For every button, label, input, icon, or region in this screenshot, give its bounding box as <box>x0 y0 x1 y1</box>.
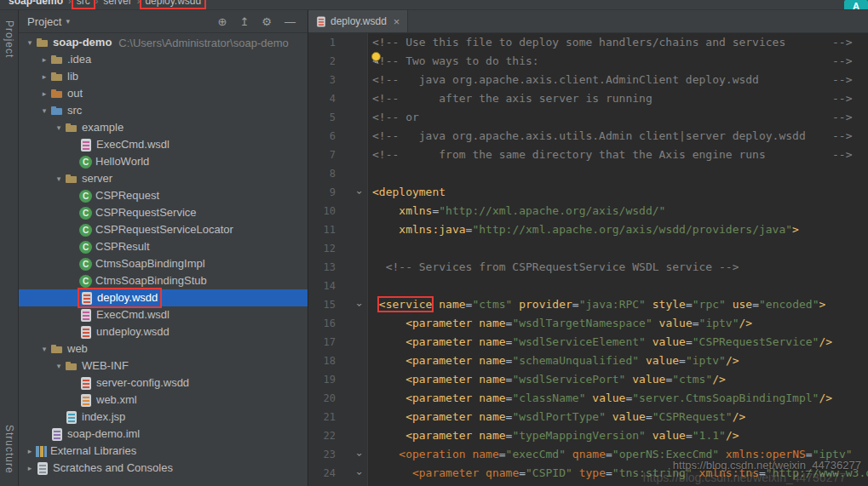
tree-expand-icon[interactable]: ▾ <box>53 174 65 183</box>
tree-item-web-inf[interactable]: ▾WEB-INF <box>19 357 308 375</box>
tree-item-ctmssoapbindingimpl[interactable]: CCtmsSoapBindingImpl <box>19 255 308 272</box>
tree-item-csprequestservicelocator[interactable]: CCSPRequestServiceLocator <box>19 221 308 238</box>
breadcrumb-item-server[interactable]: server <box>100 0 135 8</box>
corner-annotate-button[interactable]: A <box>844 0 868 10</box>
tree-item-src[interactable]: ▾src <box>19 102 308 119</box>
fold-icon[interactable]: › <box>349 301 368 307</box>
libraries-icon <box>36 446 47 457</box>
folder-icon <box>65 359 78 373</box>
code-line-text <box>368 239 372 258</box>
fold-icon[interactable]: › <box>349 189 368 195</box>
intention-bulb-icon[interactable] <box>371 52 381 61</box>
tree-item-helloworld[interactable]: CHelloWorld <box>19 153 308 170</box>
tree-item-web[interactable]: ▾web <box>19 340 308 357</box>
tree-item-csprequest[interactable]: CCSPRequest <box>19 187 308 204</box>
collapse-all-icon[interactable]: ↥ <box>239 15 249 28</box>
gutter-cell: 16 <box>308 314 368 333</box>
tree-item-server-config-wsdd[interactable]: server-config.wsdd <box>19 375 308 392</box>
folder-icon <box>50 53 64 66</box>
hide-panel-icon[interactable]: — <box>285 15 296 28</box>
code-area[interactable]: 1<!-- Use this file to deploy some handl… <box>308 33 868 486</box>
gutter-cell: 12 <box>308 239 368 258</box>
folder-icon <box>50 342 64 356</box>
tool-stripe-project-button[interactable]: Project <box>3 20 15 58</box>
breadcrumb-item-src[interactable]: src <box>73 0 94 8</box>
tree-item-example[interactable]: ▾example <box>19 119 308 136</box>
breadcrumb-item-soap-demo[interactable]: soap-demo <box>5 0 66 8</box>
tree-item-soap-demo[interactable]: ▾soap-demoC:\Users\Administrator\soap-de… <box>19 34 308 51</box>
tree-item-path-hint: C:\Users\Administrator\soap-demo <box>118 37 288 49</box>
tree-expand-icon[interactable]: ▾ <box>38 345 50 353</box>
tree-item-undeploy-wsdd[interactable]: undeploy.wsdd <box>19 323 308 340</box>
code-line-text: <!-- after the axis server is running --… <box>368 89 853 108</box>
class-icon: C <box>79 190 92 203</box>
code-line-text: <parameter name="wsdlServicePort" value=… <box>368 370 726 389</box>
fold-column: › <box>336 464 368 483</box>
fold-icon[interactable]: › <box>349 470 368 476</box>
tree-expand-icon[interactable]: ▾ <box>24 38 36 47</box>
file-wsdd-icon <box>81 326 91 339</box>
tree-item-lib[interactable]: ▸lib <box>19 68 308 85</box>
fold-column <box>336 220 368 239</box>
project-panel-title: Project <box>27 15 61 28</box>
tree-item-label: Scratches and Consoles <box>53 460 173 477</box>
locate-file-icon[interactable]: ⊕ <box>218 15 227 28</box>
code-line-text: <!-- Two ways to do this: --> <box>368 52 853 71</box>
tree-expand-icon[interactable]: ▸ <box>24 447 36 455</box>
tree-item-ctmssoapbindingstub[interactable]: CCtmsSoapBindingStub <box>19 272 308 289</box>
project-panel-title-dropdown[interactable]: Project ▾ <box>27 15 70 28</box>
code-line-15: 15› <service name="ctms" provider="java:… <box>308 295 868 314</box>
tree-item-web-xml[interactable]: web.xml <box>19 392 308 409</box>
line-number: 24 <box>308 464 336 483</box>
line-number: 20 <box>308 389 336 408</box>
class-icon: C <box>79 156 92 169</box>
tree-item-label: lib <box>67 68 78 85</box>
tree-item-label: soap-demo.iml <box>67 426 140 443</box>
editor[interactable]: deploy.wsdd × 1<!-- Use this file to dep… <box>308 10 868 486</box>
code-line-6: 6<!-- java org.apache.axis.utils.Admin c… <box>308 127 868 146</box>
code-line-text <box>368 277 372 295</box>
class-icon: C <box>79 258 92 271</box>
editor-tab-deploy-wsdd[interactable]: deploy.wsdd × <box>308 10 408 32</box>
tree-item-index-jsp[interactable]: index.jsp <box>19 409 308 426</box>
tree-expand-icon[interactable]: ▾ <box>53 362 65 370</box>
tree-expand-icon[interactable]: ▾ <box>38 106 50 115</box>
tree-item-cspresult[interactable]: CCSPResult <box>19 238 308 255</box>
breadcrumb-item-deploy-wsdd[interactable]: deploy.wsdd <box>141 0 204 8</box>
tree-expand-icon[interactable]: ▾ <box>53 123 65 132</box>
tree-item-deploy-wsdd[interactable]: deploy.wsdd <box>19 289 308 306</box>
code-line-text: <!-- java org.apache.axis.client.AdminCl… <box>368 71 853 89</box>
left-tool-stripe: Project Structure <box>0 10 19 486</box>
tree-expand-icon[interactable]: ▸ <box>24 464 36 472</box>
code-line-2: 2<!-- Two ways to do this: --> <box>308 52 868 71</box>
tree-item-csprequestservice[interactable]: CCSPRequestService <box>19 204 308 221</box>
fold-icon[interactable]: › <box>349 451 368 457</box>
tree-item-execcmd-wsdl[interactable]: ExecCmd.wsdl <box>19 136 308 153</box>
tree-item-server[interactable]: ▾server <box>19 170 308 187</box>
file-wsdl-icon <box>81 309 91 322</box>
tree-expand-icon[interactable]: ▸ <box>38 89 50 98</box>
tree-expand-icon[interactable]: ▸ <box>38 72 50 81</box>
gear-icon[interactable]: ⚙ <box>262 15 272 28</box>
gutter-cell: 2 <box>308 52 368 71</box>
tab-close-icon[interactable]: × <box>394 15 400 28</box>
tree-item-label: External Libraries <box>50 443 136 460</box>
fold-column <box>336 239 368 258</box>
tree-item-execcmd-wsdl[interactable]: ExecCmd.wsdl <box>19 306 308 323</box>
tree-item-soap-demo-iml[interactable]: soap-demo.iml <box>19 426 308 443</box>
tree-item-idea[interactable]: ▸.idea <box>19 51 308 68</box>
breadcrumb-separator: › <box>95 0 99 6</box>
tree-item-external-libraries[interactable]: ▸External Libraries <box>19 443 308 460</box>
tree-expand-icon[interactable]: ▸ <box>38 55 50 64</box>
folder-icon <box>65 121 78 134</box>
tool-stripe-structure-button[interactable]: Structure <box>3 425 15 474</box>
tree-item-label: server-config.wsdd <box>96 375 189 392</box>
tree-item-scratches-and-consoles[interactable]: ▸Scratches and Consoles <box>19 460 308 477</box>
code-line-21: 21 <parameter name="wsdlPortType" value=… <box>308 408 868 426</box>
tree-item-out[interactable]: ▸out <box>19 85 308 102</box>
class-icon: C <box>79 207 92 220</box>
folder-icon <box>50 70 64 83</box>
code-line-8: 8 <box>308 164 868 183</box>
line-number: 13 <box>308 258 336 277</box>
tree-item-label: web <box>67 340 88 357</box>
